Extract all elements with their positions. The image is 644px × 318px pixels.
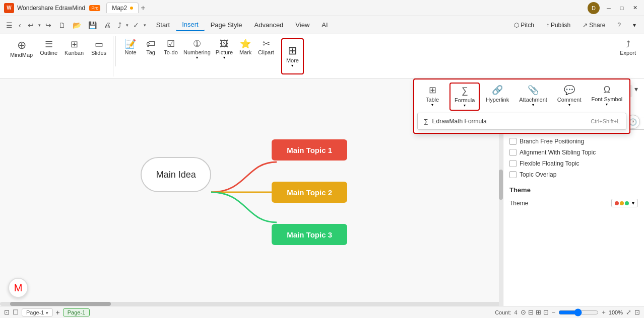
tab-start[interactable]: Start xyxy=(150,19,176,31)
tab-insert[interactable]: Insert xyxy=(176,19,205,31)
vertical-scrollbar-thumb[interactable] xyxy=(499,170,503,200)
topic-node-2[interactable]: Main Topic 2 xyxy=(272,182,347,203)
more-menu-button[interactable]: ▾ xyxy=(629,20,640,30)
zoom-out-icon[interactable]: − xyxy=(552,308,556,316)
open-button[interactable]: 📂 xyxy=(70,20,84,30)
user-avatar[interactable]: D xyxy=(588,2,600,14)
hyperlink-button[interactable]: 🔗 Hyperlink xyxy=(482,83,513,111)
edrawmath-icon: ∑ xyxy=(424,118,428,125)
kanban-button[interactable]: ⊞ Kanban xyxy=(61,38,87,57)
hamburger-icon[interactable]: ☰ xyxy=(4,20,15,30)
zoom-fit-icon[interactable]: ⊡ xyxy=(543,308,549,316)
share-icon: ↗ xyxy=(583,22,588,29)
save-button[interactable]: 💾 xyxy=(86,20,99,30)
document-tab[interactable]: Map2 xyxy=(106,3,139,13)
todo-icon: ☑ xyxy=(167,39,175,48)
export-button[interactable]: ⤴ Export xyxy=(616,38,640,57)
picture-button[interactable]: 🖼 Picture ▾ xyxy=(214,38,235,61)
tab-advanced[interactable]: Advanced xyxy=(248,19,290,31)
tab-page-style[interactable]: Page Style xyxy=(205,19,248,31)
tag-button[interactable]: 🏷 Tag xyxy=(141,38,160,56)
check-button[interactable]: ✓ xyxy=(131,20,142,30)
export-quick-button[interactable]: ⤴ xyxy=(115,20,124,30)
zoom-slider[interactable] xyxy=(558,308,599,316)
publish-button[interactable]: ↑ Publish xyxy=(542,20,574,30)
window-controls: ─ □ ✕ xyxy=(604,3,640,13)
theme-row: Theme ▾ xyxy=(509,199,638,207)
attachment-button[interactable]: 📎 Attachment ▾ xyxy=(515,83,551,111)
note-button[interactable]: 📝 Note xyxy=(121,38,140,56)
fullscreen-icon[interactable]: ⤢ xyxy=(626,308,631,316)
layout-icon[interactable]: ⊟ xyxy=(528,308,534,316)
theme-preview[interactable]: ▾ xyxy=(611,199,638,207)
formula-button[interactable]: ∑ Formula ▾ xyxy=(449,83,480,111)
clipart-button[interactable]: ✂ Clipart xyxy=(256,38,276,56)
publish-icon: ↑ xyxy=(546,22,549,29)
ribbon-group-insert: 📝 Note 🏷 Tag ☑ To-do ① Numbering ▾ 🖼 Pic… xyxy=(118,36,279,76)
page-1-tab[interactable]: Page-1 ▾ xyxy=(22,308,53,316)
undo-arrow[interactable]: ▾ xyxy=(38,23,41,28)
branch-free-label: Branch Free Positioning xyxy=(520,138,584,145)
help-button[interactable]: ? xyxy=(613,20,625,30)
central-node[interactable]: Main Idea xyxy=(141,157,211,192)
tab-name: Map2 xyxy=(112,5,127,12)
new-file-button[interactable]: 🗋 xyxy=(56,20,68,30)
topic-node-1[interactable]: Main Topic 1 xyxy=(272,139,347,161)
scrollbar-thumb[interactable] xyxy=(10,302,111,306)
page-1-active-tab[interactable]: Page-1 xyxy=(63,308,90,316)
share-button[interactable]: ↗ Share xyxy=(578,20,609,30)
overlap-checkbox[interactable] xyxy=(509,171,517,178)
alignment-checkbox[interactable] xyxy=(509,149,517,156)
print-button[interactable]: 🖨 xyxy=(101,20,113,30)
zoom-in-icon[interactable]: + xyxy=(602,308,606,316)
todo-button[interactable]: ☑ To-do xyxy=(161,38,180,56)
page-tab-arrow[interactable]: ▾ xyxy=(46,310,48,315)
page-1-active-label: Page-1 xyxy=(68,309,85,315)
titlebar: W Wondershare EdrawMind Pro Map2 + D ─ □… xyxy=(0,0,644,16)
redo-button[interactable]: ↪ xyxy=(43,20,54,30)
mark-button[interactable]: ⭐ Mark xyxy=(236,38,255,56)
fit-icon[interactable]: ⊙ xyxy=(521,308,526,316)
slides-button[interactable]: ▭ Slides xyxy=(88,38,110,57)
mindmap-button[interactable]: ⊕ MindMap xyxy=(7,38,36,59)
canvas-horizontal-scrollbar[interactable] xyxy=(0,302,503,306)
flexible-checkbox[interactable] xyxy=(509,160,517,167)
export-arrow[interactable]: ▾ xyxy=(126,23,128,28)
numbering-button[interactable]: ① Numbering ▾ xyxy=(181,38,213,61)
menubar-left: ☰ ‹ ↩ ▾ ↪ 🗋 📂 💾 🖨 ⤴ ▾ ✓ ▾ xyxy=(4,20,146,30)
menubar-right: ⬡ Pitch ↑ Publish ↗ Share ? ▾ xyxy=(510,20,640,30)
grid-icon[interactable]: ⊞ xyxy=(536,308,541,316)
back-icon[interactable]: ‹ xyxy=(17,20,23,30)
pitch-button[interactable]: ⬡ Pitch xyxy=(510,20,538,30)
tag-icon: 🏷 xyxy=(146,39,155,48)
outline-button[interactable]: ☰ Outline xyxy=(37,38,60,57)
restore-button[interactable]: □ xyxy=(617,3,627,13)
minimize-button[interactable]: ─ xyxy=(604,3,614,13)
comment-arrow: ▾ xyxy=(568,103,570,107)
undo-button[interactable]: ↩ xyxy=(25,20,36,30)
add-page-button[interactable]: + xyxy=(56,308,60,316)
outline-label: Outline xyxy=(40,50,57,56)
edrawmath-formula-item[interactable]: ∑ EdrawMath Formula Ctrl+Shift+L xyxy=(418,115,626,127)
watermark-logo: M xyxy=(8,278,28,298)
font-symbol-icon: Ω xyxy=(604,85,610,95)
close-button[interactable]: ✕ xyxy=(630,3,640,13)
check-arrow[interactable]: ▾ xyxy=(144,23,146,28)
more-button[interactable]: ⊞ More ▾ xyxy=(281,38,304,74)
tab-ai[interactable]: AI xyxy=(315,19,334,31)
statusbar-icon-1[interactable]: ☐ xyxy=(13,308,19,316)
theme-label: Theme xyxy=(509,200,528,207)
font-symbol-button[interactable]: Ω Font Symbol ▾ xyxy=(588,83,627,111)
view-options-icon[interactable]: ⊡ xyxy=(634,308,640,316)
layout-chevron-icon[interactable]: ▾ xyxy=(634,85,638,97)
tab-view[interactable]: View xyxy=(289,19,315,31)
layout-toggle-icon[interactable]: ⊡ xyxy=(4,308,10,316)
numbering-arrow: ▾ xyxy=(196,55,198,60)
comment-button[interactable]: 💬 Comment ▾ xyxy=(553,83,586,111)
theme-chevron[interactable]: ▾ xyxy=(632,200,634,206)
table-button[interactable]: ⊞ Table ▾ xyxy=(417,83,447,111)
branch-free-checkbox[interactable] xyxy=(509,138,517,145)
topic-node-3[interactable]: Main Topic 3 xyxy=(272,224,347,245)
font-symbol-label: Font Symbol xyxy=(592,96,623,102)
add-tab-button[interactable]: + xyxy=(141,4,145,13)
